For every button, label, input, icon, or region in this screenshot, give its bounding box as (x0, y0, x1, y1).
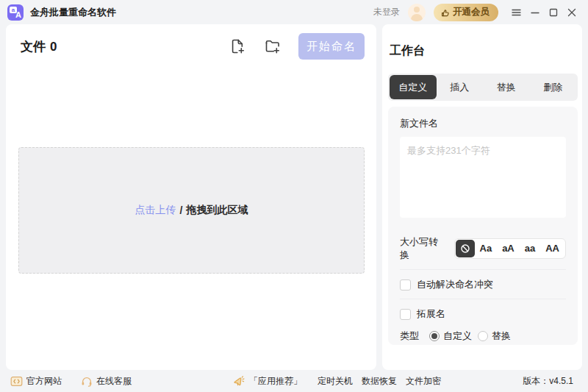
minimize-button[interactable] (526, 3, 544, 22)
data-recovery-link[interactable]: 数据恢复 (362, 375, 397, 388)
open-membership-label: 开通会员 (453, 6, 490, 18)
folder-plus-icon (264, 38, 282, 55)
official-site-label: 官方网站 (26, 375, 62, 388)
open-membership-button[interactable]: 开通会员 (434, 4, 498, 21)
case-conversion-row: 大小写转换 Aa aA aa AA (400, 238, 566, 259)
upload-dropzone[interactable]: 点击上传 / 拖拽到此区域 (18, 147, 365, 274)
case-none-button[interactable] (456, 240, 475, 257)
type-row: 类型 自定义 替换 (400, 330, 566, 342)
files-count: 0 (50, 40, 57, 54)
tab-insert[interactable]: 插入 (437, 75, 484, 99)
file-encryption-link[interactable]: 文件加密 (406, 375, 441, 388)
start-rename-button[interactable]: 开始命名 (298, 33, 365, 60)
conflict-row: 自动解决命名冲突 (400, 278, 566, 291)
type-custom-radio[interactable] (429, 331, 440, 341)
menu-icon[interactable] (507, 3, 526, 22)
scheduled-shutdown-link[interactable]: 定时关机 (318, 375, 353, 388)
type-label: 类型 (400, 329, 419, 343)
dropzone-separator: / (180, 204, 183, 216)
thumbs-up-icon (441, 8, 450, 17)
tab-delete[interactable]: 删除 (530, 75, 577, 99)
footer-left: 官方网站 在线客服 (10, 375, 132, 388)
megaphone-icon (233, 375, 245, 387)
add-folder-button[interactable] (263, 37, 282, 56)
custom-rename-form: 新文件名 大小写转换 Aa aA aa AA (388, 107, 578, 345)
user-avatar[interactable] (408, 4, 426, 21)
official-site-link[interactable]: 官方网站 (10, 375, 62, 388)
type-replace-radio[interactable] (478, 331, 488, 341)
divider (400, 269, 566, 270)
website-icon (10, 376, 23, 387)
online-support-link[interactable]: 在线客服 (81, 375, 132, 388)
file-panel-header: 文件 0 开始命名 (6, 24, 376, 60)
case-option-capitalize[interactable]: Aa (475, 239, 498, 258)
app-recommend-label: 「应用推荐」 (249, 375, 302, 388)
case-option-upper[interactable]: AA (540, 239, 564, 258)
footer-bar: 官方网站 在线客服 「应用推荐」 定时关 (0, 370, 588, 392)
divider (400, 299, 566, 299)
case-conversion-label: 大小写转换 (400, 235, 447, 262)
app-window: a A 金舟批量重命名软件 未登录 开通会员 (0, 0, 588, 392)
type-custom-label: 自定义 (443, 329, 472, 343)
workbench-panel: 工作台 自定义 插入 替换 删除 新文件名 大小写转换 Aa (382, 24, 582, 370)
case-conversion-group: Aa aA aa AA (454, 238, 567, 259)
click-upload-link[interactable]: 点击上传 (135, 204, 176, 217)
tab-custom[interactable]: 自定义 (390, 75, 437, 99)
type-replace-label: 替换 (492, 329, 511, 343)
files-title: 文件 0 (21, 38, 57, 55)
case-option-toggle[interactable]: aA (497, 239, 520, 258)
case-option-lower[interactable]: aa (520, 239, 540, 258)
headset-icon (81, 376, 93, 387)
app-title: 金舟批量重命名软件 (30, 6, 116, 19)
file-plus-icon (229, 38, 246, 55)
logo-letter-big: A (15, 10, 21, 20)
file-list-panel: 文件 0 开始命名 点击上传 (6, 24, 376, 370)
app-logo-icon: a A (7, 4, 24, 21)
no-case-icon (460, 243, 470, 254)
avatar-body (411, 14, 423, 21)
maximize-button[interactable] (544, 3, 562, 22)
files-label: 文件 (21, 38, 46, 55)
new-filename-input[interactable] (400, 137, 566, 218)
conflict-label: 自动解决命名冲突 (417, 278, 493, 291)
new-filename-label: 新文件名 (400, 117, 566, 130)
add-file-button[interactable] (228, 37, 247, 56)
tab-replace[interactable]: 替换 (483, 75, 530, 99)
app-recommend-link[interactable]: 「应用推荐」 (233, 375, 302, 388)
dropzone-hint: 拖拽到此区域 (186, 204, 248, 217)
extension-label: 拓展名 (417, 307, 445, 321)
extension-checkbox[interactable] (400, 309, 411, 320)
workbench-title: 工作台 (382, 24, 582, 59)
titlebar: a A 金舟批量重命名软件 未登录 开通会员 (0, 0, 588, 24)
close-button[interactable] (562, 3, 581, 22)
online-support-label: 在线客服 (96, 375, 132, 388)
footer-center: 「应用推荐」 定时关机 数据恢复 文件加密 (233, 375, 441, 388)
avatar-head (414, 7, 420, 13)
version-label: 版本：v4.5.1 (523, 375, 573, 388)
mode-tabs: 自定义 插入 替换 删除 (388, 74, 578, 101)
login-status[interactable]: 未登录 (373, 6, 400, 18)
conflict-checkbox[interactable] (400, 279, 411, 291)
extension-row: 拓展名 (400, 307, 566, 321)
